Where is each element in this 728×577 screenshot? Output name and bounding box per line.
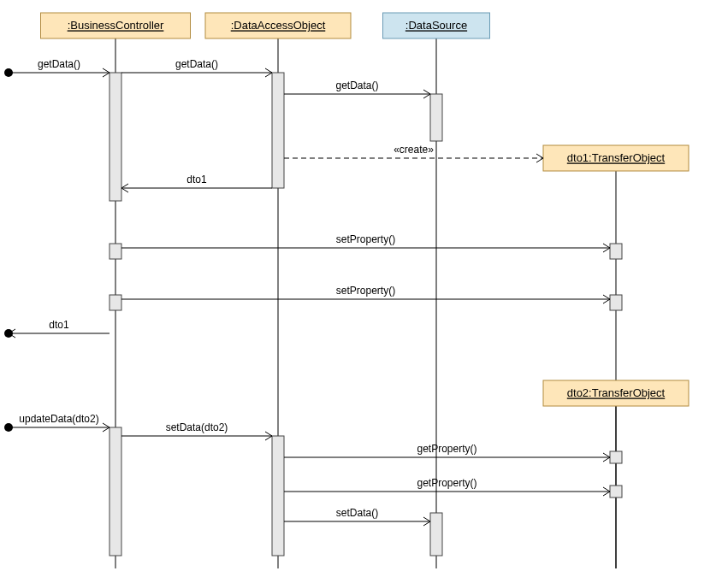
message-label: «create» <box>394 144 434 156</box>
activation-bc <box>109 427 121 556</box>
lifeline-label-dto2: dto2:TransferObject <box>567 386 666 399</box>
message-label: getData() <box>335 79 378 91</box>
message-label: getData() <box>175 58 218 70</box>
message-label: dto1 <box>49 319 69 331</box>
message-label: getProperty() <box>417 443 476 455</box>
activation-bc <box>109 73 121 201</box>
lifeline-label-dto1: dto1:TransferObject <box>567 151 666 164</box>
message-label: setProperty() <box>336 233 395 245</box>
activation-dao <box>272 73 284 188</box>
activation-bc <box>109 244 121 259</box>
lifeline-label-ds: :DataSource <box>405 19 467 32</box>
message-label: dto1 <box>186 174 207 185</box>
activation-dto1 <box>610 244 622 259</box>
lost-endpoint <box>4 329 13 338</box>
activation-ds <box>430 94 442 141</box>
message-label: setProperty() <box>336 285 395 297</box>
activation-dto2 <box>610 486 622 498</box>
lifeline-label-bc: :BusinessController <box>68 19 164 32</box>
activation-dto1 <box>610 295 622 310</box>
message-label: setData(dto2) <box>166 421 228 433</box>
message-label: updateData(dto2) <box>19 413 98 425</box>
message-label: setData() <box>336 507 378 519</box>
message-label: getData() <box>38 58 80 70</box>
message-label: getProperty() <box>417 477 476 489</box>
activation-dto2 <box>610 451 622 463</box>
activation-bc <box>109 295 121 310</box>
sequence-diagram: :BusinessController:DataAccessObject:Dat… <box>0 0 728 577</box>
activation-ds <box>430 513 442 556</box>
lifeline-label-dao: :DataAccessObject <box>231 19 326 32</box>
activation-dao <box>272 436 284 556</box>
